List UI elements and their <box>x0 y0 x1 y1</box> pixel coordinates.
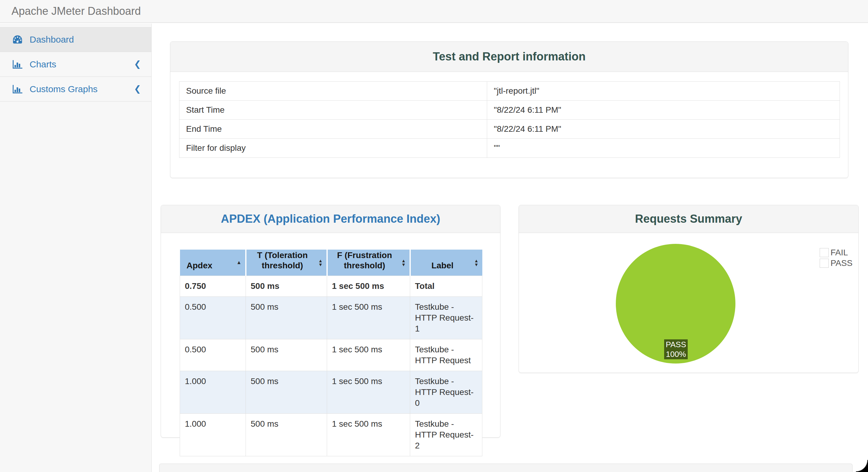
label-value: Testkube - HTTP Request <box>410 339 482 371</box>
tachometer-icon <box>12 35 25 45</box>
test-info-panel-heading: Test and Report information <box>170 42 848 72</box>
chart-legend: FAIL PASS <box>820 248 852 269</box>
apdex-value: 0.500 <box>180 339 246 371</box>
label-value: Testkube - HTTP Request-1 <box>410 296 482 339</box>
column-label: Label <box>431 261 453 270</box>
table-row: Filter for display "" <box>179 139 840 158</box>
info-value: "8/22/24 6:11 PM" <box>487 100 840 120</box>
info-value: "8/22/24 6:11 PM" <box>487 120 840 139</box>
requests-summary-panel-title: Requests Summary <box>635 212 742 226</box>
toleration-value: 500 ms <box>246 339 327 371</box>
frustration-value: 1 sec 500 ms <box>327 413 410 456</box>
app-header: Apache JMeter Dashboard <box>0 0 868 23</box>
apdex-value: 1.000 <box>180 413 246 456</box>
table-row: Source file "jtl-report.jtl" <box>179 82 840 100</box>
legend-item-fail: FAIL <box>820 248 852 258</box>
pie-percent-label: PASS 100% <box>664 340 688 359</box>
sidebar-item-label: Dashboard <box>30 34 74 45</box>
sort-both-icon: ▲▼ <box>318 259 323 267</box>
info-label: Filter for display <box>179 139 487 158</box>
legend-label: PASS <box>831 258 852 268</box>
sidebar: Dashboard Charts ❮ <box>0 24 152 472</box>
info-label: Start Time <box>179 100 487 120</box>
bar-chart-icon <box>12 60 25 69</box>
apdex-value: 0.500 <box>180 296 246 339</box>
requests-summary-chart-area: PASS 100% FAIL PASS <box>519 233 858 373</box>
test-info-panel: Test and Report information Source file … <box>170 41 848 178</box>
column-label: Apdex <box>187 261 213 270</box>
test-info-table: Source file "jtl-report.jtl" Start Time … <box>179 81 840 158</box>
sidebar-item-customs-graphs[interactable]: Customs Graphs ❮ <box>0 77 151 101</box>
label-value: Testkube - HTTP Request-0 <box>410 371 482 413</box>
column-header-toleration[interactable]: T (Toleration threshold) ▲▼ <box>246 249 327 275</box>
toleration-value: 500 ms <box>246 371 327 413</box>
label-value: Testkube - HTTP Request-2 <box>410 413 482 456</box>
info-value: "jtl-report.jtl" <box>487 82 840 100</box>
column-header-frustration[interactable]: F (Frustration threshold) ▲▼ <box>327 249 410 275</box>
apdex-panel-heading: APDEX (Application Performance Index) <box>161 205 500 233</box>
info-value: "" <box>487 139 840 158</box>
table-row: 1.000 500 ms 1 sec 500 ms Testkube - HTT… <box>180 371 482 413</box>
toleration-value: 500 ms <box>246 413 327 456</box>
apdex-table: Apdex ▲ T (Toleration threshold) ▲▼ F (F… <box>180 249 482 456</box>
sidebar-item-label: Charts <box>30 59 56 69</box>
legend-item-pass: PASS <box>820 258 852 268</box>
sidebar-item-label: Customs Graphs <box>30 84 98 94</box>
column-header-label[interactable]: Label ▲▼ <box>410 249 482 275</box>
table-row: 0.500 500 ms 1 sec 500 ms Testkube - HTT… <box>180 339 482 371</box>
bottom-panel-partial <box>159 464 852 472</box>
frustration-value: 1 sec 500 ms <box>327 275 410 296</box>
sort-asc-icon: ▲ <box>237 258 242 268</box>
toleration-value: 500 ms <box>246 275 327 296</box>
sort-both-icon: ▲▼ <box>474 259 479 267</box>
table-header-row: Apdex ▲ T (Toleration threshold) ▲▼ F (F… <box>180 249 482 275</box>
apdex-value: 0.750 <box>180 275 246 296</box>
table-row: 1.000 500 ms 1 sec 500 ms Testkube - HTT… <box>180 413 482 456</box>
table-row: Start Time "8/22/24 6:11 PM" <box>179 100 840 120</box>
bar-chart-icon <box>12 84 25 94</box>
app-title: Apache JMeter Dashboard <box>11 0 141 22</box>
label-value: Total <box>410 275 482 296</box>
toleration-value: 500 ms <box>246 296 327 339</box>
column-label: T (Toleration threshold) <box>257 250 307 270</box>
apdex-panel-title[interactable]: APDEX (Application Performance Index) <box>221 212 440 226</box>
chevron-left-icon: ❮ <box>134 59 141 69</box>
apdex-value: 1.000 <box>180 371 246 413</box>
info-label: End Time <box>179 120 487 139</box>
frustration-value: 1 sec 500 ms <box>327 296 410 339</box>
test-info-panel-title: Test and Report information <box>433 50 586 63</box>
sidebar-menu: Dashboard Charts ❮ <box>0 27 151 101</box>
apdex-panel: APDEX (Application Performance Index) Ap… <box>161 205 500 438</box>
requests-summary-panel-heading: Requests Summary <box>519 205 858 233</box>
requests-summary-panel: Requests Summary PASS 100% FAIL <box>519 205 859 373</box>
table-row: 0.750 500 ms 1 sec 500 ms Total <box>180 275 482 296</box>
info-label: Source file <box>179 82 487 100</box>
column-label: F (Frustration threshold) <box>337 250 392 270</box>
sidebar-item-charts[interactable]: Charts ❮ <box>0 52 151 77</box>
frustration-value: 1 sec 500 ms <box>327 371 410 413</box>
table-row: 0.500 500 ms 1 sec 500 ms Testkube - HTT… <box>180 296 482 339</box>
window-corner-artifact <box>856 460 868 472</box>
fail-swatch-icon <box>820 248 829 257</box>
frustration-value: 1 sec 500 ms <box>327 339 410 371</box>
sort-both-icon: ▲▼ <box>401 259 406 267</box>
table-row: End Time "8/22/24 6:11 PM" <box>179 120 840 139</box>
sidebar-item-dashboard[interactable]: Dashboard <box>0 27 151 52</box>
column-header-apdex[interactable]: Apdex ▲ <box>180 249 246 275</box>
legend-label: FAIL <box>831 248 848 258</box>
chevron-left-icon: ❮ <box>134 84 141 94</box>
jmeter-dashboard-page: Apache JMeter Dashboard D <box>0 0 868 472</box>
pass-swatch-icon <box>820 259 829 268</box>
